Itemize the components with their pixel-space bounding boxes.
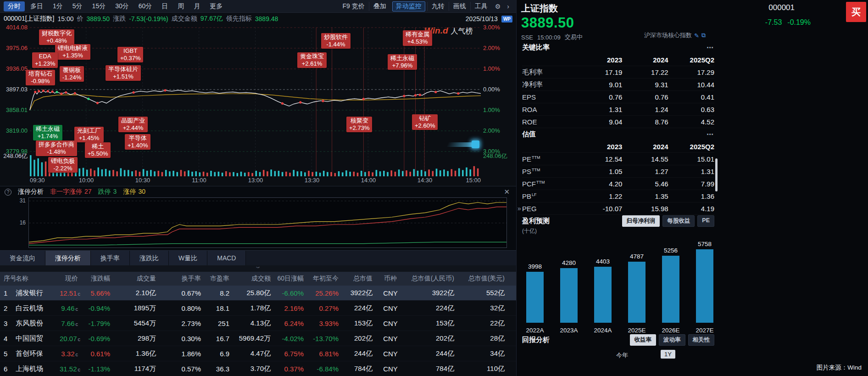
sector-tag[interactable]: 稀有金属+4.53% xyxy=(403,30,432,46)
tool-button[interactable]: 工具 xyxy=(470,2,492,11)
period-tab[interactable]: 多日 xyxy=(26,1,47,11)
sector-tag[interactable]: 半导体硅片+1.51% xyxy=(106,65,141,81)
gear-icon[interactable]: ⚙ xyxy=(492,3,504,10)
tab-item[interactable]: 涨跌比 xyxy=(130,251,169,265)
toggle-button[interactable]: 相关性 xyxy=(688,334,715,346)
sector-tag[interactable]: 核聚变+2.73% xyxy=(346,117,372,132)
tab-item[interactable]: MACD xyxy=(207,251,246,265)
sector-tag[interactable]: 锂电电解液+1.35% xyxy=(55,44,90,60)
more-menu-icon[interactable]: ⋯ xyxy=(707,130,714,139)
range-1y[interactable]: 1Y xyxy=(661,350,675,359)
toggle-button[interactable]: 收益率 xyxy=(630,334,657,346)
forecast-bar-label: 2025E xyxy=(621,327,653,334)
sector-tag[interactable]: EDA+1.23% xyxy=(32,52,58,68)
cell-amount: 4.47亿 xyxy=(234,349,275,358)
column-header[interactable]: 总市值(人民币) xyxy=(404,275,459,283)
cell-market-cap-usd: 22亿 xyxy=(459,319,509,328)
sector-tag[interactable]: 稀土+5.50% xyxy=(85,142,111,158)
index-change-pct: -0.19% xyxy=(787,18,811,27)
tab-active[interactable]: 涨停分析 xyxy=(45,251,91,265)
period-tab[interactable]: 月 xyxy=(189,1,204,11)
sector-tag[interactable]: 财税数字化+0.48% xyxy=(39,29,74,45)
edit-icon[interactable]: ✎ xyxy=(694,32,699,39)
column-header[interactable]: 年初至今 xyxy=(308,275,343,283)
table-row[interactable]: 5首创环保3.32c0.61%1.36亿1.86%6.94.47亿6.75%6.… xyxy=(0,346,516,361)
sector-tag[interactable]: 光刻工厂+1.45% xyxy=(74,127,104,142)
table-row[interactable]: 2白云机场9.46c-0.94%1895万0.80%18.11.78亿2.16%… xyxy=(0,301,516,316)
column-header[interactable]: 名称 xyxy=(16,275,60,283)
sector-tag[interactable]: 覆铜板-1.24% xyxy=(60,66,84,82)
period-tab[interactable]: 分时 xyxy=(4,1,25,11)
column-header[interactable]: 现价 xyxy=(60,275,83,283)
table-row[interactable]: 1浦发银行12.51c5.66%2.10亿0.67%8.225.80亿-6.60… xyxy=(0,286,516,301)
limit-chart[interactable] xyxy=(28,197,507,248)
sector-tag[interactable]: 培育钻石-0.98% xyxy=(26,70,55,85)
chevron-right-icon[interactable]: › xyxy=(504,3,512,10)
wp-badge[interactable]: WP xyxy=(501,16,512,22)
more-menu-icon[interactable]: ⋯ xyxy=(707,44,714,52)
cell-turnover-rate: 0.80% xyxy=(161,304,206,312)
tab-item[interactable]: 资金流向 xyxy=(0,251,45,265)
column-header[interactable]: 总市值(美元) xyxy=(459,275,509,283)
column-header[interactable]: 序号 xyxy=(0,275,16,283)
period-tab[interactable]: 周 xyxy=(173,1,188,11)
tool-button[interactable]: 异动监控 xyxy=(392,1,425,11)
toggle-button[interactable]: PE xyxy=(697,215,714,227)
column-header[interactable]: 总市值 xyxy=(343,275,377,283)
index-price: 3889.50 xyxy=(521,15,574,31)
sector-tag[interactable]: 稀土永磁+1.74% xyxy=(33,125,62,140)
column-header[interactable]: 市盈率 xyxy=(206,275,234,283)
range-ytd[interactable]: 今年 xyxy=(616,351,628,359)
collapse-strip[interactable]: ︾ xyxy=(0,265,516,272)
sector-tag[interactable]: 半导体+1.40% xyxy=(125,134,150,150)
close-icon[interactable]: ✕ xyxy=(502,188,512,196)
buy-button[interactable]: 买 xyxy=(846,2,866,22)
period-tab[interactable]: 更多 xyxy=(206,1,227,11)
cell-volume: 5454万 xyxy=(115,319,161,328)
tool-button[interactable]: 九转 xyxy=(427,2,449,11)
tool-button[interactable]: F9 竞价 xyxy=(339,2,369,11)
toggle-button[interactable]: 每股收益 xyxy=(662,215,695,227)
period-tab[interactable]: 30分 xyxy=(111,1,133,11)
cell-market-cap-cny: 3922亿 xyxy=(404,289,459,297)
tool-button[interactable]: 画线 xyxy=(449,2,470,11)
sector-tag[interactable]: 黄金珠宝+2.61% xyxy=(297,52,327,68)
expand-arrow-icon[interactable]: » xyxy=(517,205,521,212)
sector-tag[interactable]: IGBT+0.37% xyxy=(117,47,143,62)
sector-tag-name: 稀土 xyxy=(88,143,108,150)
help-icon[interactable]: ? xyxy=(5,189,11,196)
panel-icon[interactable]: ⧉ xyxy=(701,32,706,39)
column-header[interactable]: 成交额 xyxy=(234,275,275,283)
tool-button[interactable]: 叠加 xyxy=(369,2,390,11)
tab-item[interactable]: 换手率 xyxy=(91,251,130,265)
tab-item[interactable]: W量比 xyxy=(169,251,207,265)
table-row[interactable]: 4中国国贸20.07c-0.69%298万0.30%16.75969.42万-4… xyxy=(0,331,516,346)
sector-tag[interactable]: 晶圆产业+2.44% xyxy=(118,117,148,132)
period-tab[interactable]: 15分 xyxy=(88,1,110,11)
sector-tag[interactable]: 锂电负极-2.22% xyxy=(48,157,78,173)
sector-tag[interactable]: 拼多多合作商-1.48% xyxy=(36,140,77,156)
collapse-icon[interactable]: ︾ xyxy=(256,266,260,270)
panel-scrollbar[interactable] xyxy=(715,158,718,191)
table-row[interactable]: 6上海机场31.52c-1.13%1174万0.57%36.33.70亿0.37… xyxy=(0,361,516,376)
table-row[interactable]: 3东风股份7.66c-1.79%5454万2.73%2514.13亿6.24%3… xyxy=(0,316,516,331)
period-tab[interactable]: 日 xyxy=(157,1,172,11)
sector-tag[interactable]: 炒股软件-1.44% xyxy=(321,33,351,49)
column-header[interactable]: 60日涨幅 xyxy=(275,275,308,283)
sector-tag[interactable]: 稀土永磁+7.96% xyxy=(388,54,417,70)
period-tab[interactable]: 1分 xyxy=(49,1,67,11)
column-header[interactable]: 换手率 xyxy=(161,275,206,283)
column-header[interactable]: 币种 xyxy=(377,275,404,283)
period-tab[interactable]: 60分 xyxy=(134,1,156,11)
forecast-bar-chart: 39982022A42802023A44032024A47872025E5256… xyxy=(522,236,714,334)
column-header[interactable]: 涨跌幅 xyxy=(83,275,115,283)
fin-column-headers: 202320242025Q2 xyxy=(522,54,714,66)
forecast-bar-label: 2027E xyxy=(689,327,721,334)
column-header[interactable]: 成交量 xyxy=(115,275,161,283)
period-tab[interactable]: 5分 xyxy=(68,1,87,11)
toggle-button[interactable]: 归母净利润 xyxy=(622,215,660,227)
toggle-button[interactable]: 波动率 xyxy=(659,334,685,346)
fin-value: 15.98 xyxy=(622,205,668,213)
sector-tag[interactable]: 钻矿+2.60% xyxy=(412,114,438,130)
intraday-chart[interactable]: 4014.083975.063936.053897.033858.013819.… xyxy=(0,25,516,185)
